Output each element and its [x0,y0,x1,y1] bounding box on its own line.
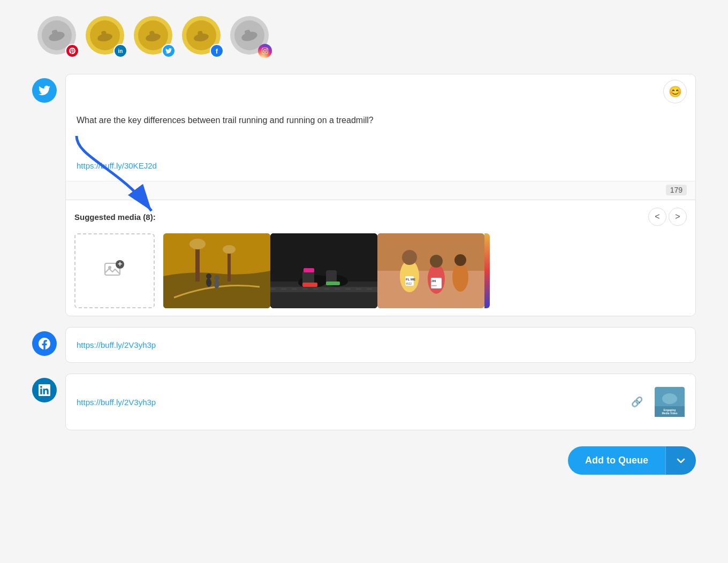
facebook-link[interactable]: https://buff.ly/2V3yh3p [77,340,156,349]
twitter-card-inner: What are the key differences between tra… [66,103,695,181]
avatar-pinterest[interactable] [37,16,80,59]
svg-point-41 [430,255,443,268]
upload-media-placeholder[interactable]: + [74,233,155,308]
facebook-post-section: https://buff.ly/2V3yh3p [32,327,696,363]
marathon-image-svg: FL ME 4522 206 ●●●● [377,233,484,308]
svg-rect-34 [304,268,314,272]
svg-point-52 [662,393,677,404]
twitter-card-header: 😊 [66,74,695,103]
twitter-post-card: 😊 What are the key differences between t… [65,74,696,316]
media-images-row: + [74,233,687,308]
svg-rect-33 [326,282,340,285]
svg-text:FL ME: FL ME [406,278,415,281]
twitter-platform-icon [32,78,57,103]
avatar-facebook[interactable]: f [182,16,225,59]
twitter-link[interactable]: https://buff.ly/30KEJ2d [77,161,685,170]
main-container: in [32,16,696,547]
linkedin-link-card: https://buff.ly/2V3yh3p 🔗 Engaging Media… [65,374,696,430]
svg-point-39 [402,250,417,265]
linkedin-icon [39,384,50,396]
chevron-down-icon [677,457,685,465]
emoji-picker-button[interactable]: 😊 [663,80,687,103]
media-image-partial [484,233,490,308]
link-chain-icon: 🔗 [631,396,643,408]
suggested-media-section: Suggested media (8): < > + [66,200,695,316]
nav-next-button[interactable]: > [669,208,687,226]
thumb-image: Engaging Media Video [655,387,685,417]
nav-arrows: < > [648,208,687,226]
shoe-silhouette-instagram [239,25,260,46]
char-count-badge: 179 [666,185,687,195]
facebook-platform-icon [32,331,57,356]
media-section-header: Suggested media (8): < > [74,208,687,226]
avatars-row: in [32,16,696,59]
avatar-linkedin[interactable]: in [86,16,128,59]
svg-point-22 [206,273,211,279]
suggested-media-title: Suggested media (8): [74,212,156,222]
linkedin-thumbnail: Engaging Media Video [655,387,685,417]
linkedin-badge: in [113,44,127,58]
shoe-silhouette-pinterest [46,25,67,46]
facebook-icon [39,338,50,349]
svg-rect-17 [195,244,200,282]
queue-dropdown-button[interactable] [665,446,696,475]
svg-rect-18 [228,249,231,282]
trail-image-svg [163,233,270,308]
linkedin-platform-icon [32,378,57,402]
svg-rect-37 [377,233,484,271]
instagram-badge [258,44,272,58]
svg-text:+: + [118,260,122,268]
nav-prev-button[interactable]: < [648,208,666,226]
svg-text:Media Video: Media Video [662,412,677,415]
shoe-silhouette-linkedin [94,25,116,46]
twitter-icon [39,85,50,96]
avatar-twitter[interactable] [134,16,177,59]
linkedin-post-section: https://buff.ly/2V3yh3p 🔗 Engaging Media… [32,374,696,430]
svg-point-19 [189,239,206,249]
svg-rect-30 [302,283,317,287]
twitter-badge [162,44,176,58]
treadmill-image-svg [270,233,377,308]
svg-point-43 [454,254,466,266]
pinterest-badge [65,44,79,58]
svg-point-24 [214,275,219,280]
linkedin-link[interactable]: https://buff.ly/2V3yh3p [77,398,156,407]
svg-rect-26 [270,282,377,308]
media-image-marathon[interactable]: FL ME 4522 206 ●●●● [377,233,484,308]
media-image-treadmill[interactable] [270,233,377,308]
action-row: Add to Queue [32,446,696,475]
shoe-silhouette-facebook [191,25,212,46]
twitter-post-section: 😊 What are the key differences between t… [32,74,696,316]
twitter-text-input[interactable]: What are the key differences between tra… [77,114,685,157]
media-image-trail[interactable] [163,233,270,308]
avatar-instagram[interactable] [230,16,273,59]
svg-text:4522: 4522 [406,282,412,285]
svg-point-42 [452,263,468,292]
shoe-silhouette-twitter [142,25,164,46]
upload-icon: + [104,260,125,282]
svg-rect-35 [270,287,377,292]
svg-text:●●●●: ●●●● [431,284,437,287]
svg-text:206: 206 [431,279,436,283]
facebook-link-card: https://buff.ly/2V3yh3p [65,327,696,363]
svg-point-20 [223,245,236,254]
add-to-queue-button[interactable]: Add to Queue [568,446,665,475]
facebook-badge: f [210,44,224,58]
